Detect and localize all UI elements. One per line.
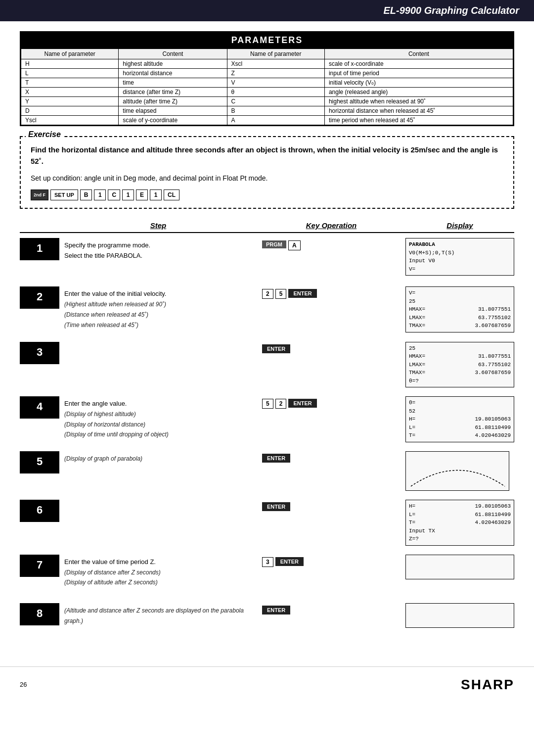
key-prgm: PRGM bbox=[262, 240, 286, 248]
display-1-line2: V0(M+S);0,T(S) bbox=[409, 249, 511, 257]
step-number-1: 1 bbox=[20, 238, 59, 260]
step-number-8: 8 bbox=[20, 603, 59, 625]
step-4-sub2: (Display of horizontal distance) bbox=[64, 421, 145, 428]
step-number-2: 2 bbox=[20, 286, 59, 309]
table-cell: A bbox=[227, 116, 324, 125]
step-row-3: 3 ENTER 25 HMAX=31.8077551 LMAX=63.77551… bbox=[20, 342, 514, 388]
step-display-2: V= 25 HMAX=31.8077551 LMAX=63.7755102 TM… bbox=[405, 286, 514, 332]
key-enter-3: ENTER bbox=[262, 344, 290, 353]
key-2b: 2 bbox=[275, 399, 287, 409]
step-row-1: 1 Specify the programme mode. Select the… bbox=[20, 238, 514, 278]
step-keys-6: ENTER bbox=[257, 500, 405, 546]
table-cell: input of time period bbox=[324, 69, 513, 78]
page-footer: 26 SHARP bbox=[0, 666, 534, 698]
table-cell: C bbox=[227, 97, 324, 106]
d2-l5: TMAX=3.607687659 bbox=[409, 322, 511, 330]
table-cell: Xscl bbox=[227, 59, 324, 69]
parameters-title: PARAMETERS bbox=[21, 32, 513, 48]
d3-l3: LMAX=63.7755102 bbox=[409, 361, 511, 369]
step-desc-5: (Display of graph of parabola) bbox=[59, 451, 257, 491]
step-display-7 bbox=[405, 555, 514, 579]
table-row: Hhighest altitudeXsclscale of x-coordina… bbox=[21, 59, 513, 69]
d4-l4: L=61.88110499 bbox=[409, 424, 511, 432]
step-2-sub3: (Time when released at 45˚) bbox=[64, 322, 138, 329]
step-desc-2: Enter the value of the initial velocity.… bbox=[59, 286, 257, 332]
step-display-1: PARABOLA V0(M+S);0,T(S) Input V0 V= bbox=[405, 238, 514, 276]
d4-l1: θ= bbox=[409, 399, 511, 407]
key-3: 3 bbox=[262, 557, 273, 567]
table-row: Dtime elapsedBhorizontal distance when r… bbox=[21, 106, 513, 116]
d6-l3: T=4.020463029 bbox=[409, 519, 511, 527]
step-1-line1: Specify the programme mode. bbox=[64, 241, 150, 249]
col-header-1: Name of parameter bbox=[21, 49, 119, 59]
d4-l5: T=4.020463029 bbox=[409, 431, 511, 440]
steps-header: Step Key Operation Display bbox=[20, 219, 514, 233]
step-header-key: Key Operation bbox=[257, 219, 405, 232]
step-row-6: 6 ENTER H=19.80105063 L=61.88110499 T=4.… bbox=[20, 500, 514, 546]
step-number-4: 4 bbox=[20, 396, 59, 419]
step-row-2: 2 Enter the value of the initial velocit… bbox=[20, 286, 514, 332]
page-header: EL-9900 Graphing Calculator bbox=[0, 0, 534, 21]
exercise-normal-text: Set up condition: angle unit in Deg mode… bbox=[31, 173, 503, 184]
display-1-line3: Input V0 bbox=[409, 257, 511, 265]
table-cell: X bbox=[21, 88, 119, 97]
step-desc-4: Enter the angle value. (Display of highe… bbox=[59, 396, 257, 442]
table-cell: T bbox=[21, 78, 119, 88]
d2-l2: 25 bbox=[409, 297, 511, 306]
key-cl: CL bbox=[164, 189, 179, 200]
step-7-sub1: (Display of distance after Z seconds) bbox=[64, 569, 161, 576]
table-cell: B bbox=[227, 106, 324, 116]
step-row-8: 8 (Altitude and distance after Z seconds… bbox=[20, 603, 514, 643]
sharp-logo: SHARP bbox=[461, 677, 514, 693]
step-keys-8: ENTER bbox=[257, 603, 405, 643]
step-keys-4: 5 2 ENTER bbox=[257, 396, 405, 442]
key-enter-7: ENTER bbox=[275, 557, 304, 566]
d6-l2: L=61.88110499 bbox=[409, 511, 511, 519]
key-b: B bbox=[80, 189, 92, 200]
key-enter-8: ENTER bbox=[262, 606, 290, 614]
key-1b: 1 bbox=[122, 189, 134, 200]
display-1-line4: V= bbox=[409, 265, 511, 274]
d3-l1: 25 bbox=[409, 344, 511, 353]
key-enter-5: ENTER bbox=[262, 454, 290, 463]
d6-l4: Input TX bbox=[409, 527, 511, 535]
step-display-3: 25 HMAX=31.8077551 LMAX=63.7755102 TMAX=… bbox=[405, 342, 514, 388]
d2-l1: V= bbox=[409, 289, 511, 297]
step-2-sub2: (Distance when released at 45˚) bbox=[64, 311, 148, 318]
svg-rect-0 bbox=[406, 452, 509, 491]
step-number-6: 6 bbox=[20, 500, 59, 522]
step-2-line1: Enter the value of the initial velocity. bbox=[64, 290, 166, 297]
step-7-sub2: (Display of altitude after Z seconds) bbox=[64, 579, 158, 586]
col-header-4: Content bbox=[324, 49, 513, 59]
table-cell: L bbox=[21, 69, 119, 78]
step-4-sub3: (Display of time until dropping of objec… bbox=[64, 431, 169, 438]
d2-l4: LMAX=63.7755102 bbox=[409, 314, 511, 322]
step-desc-3 bbox=[59, 342, 257, 388]
step-desc-7: Enter the value of time period Z. (Displ… bbox=[59, 555, 257, 594]
table-cell: highest altitude bbox=[119, 59, 227, 69]
table-cell: V bbox=[227, 78, 324, 88]
step-7-line1: Enter the value of time period Z. bbox=[64, 558, 156, 566]
table-cell: θ bbox=[227, 88, 324, 97]
table-cell: scale of y-coordinate bbox=[119, 116, 227, 125]
table-cell: Yscl bbox=[21, 116, 119, 125]
step-number-5: 5 bbox=[20, 451, 59, 473]
step-keys-3: ENTER bbox=[257, 342, 405, 388]
key-setup: SET UP bbox=[50, 189, 78, 200]
d6-l5: Z=? bbox=[409, 535, 511, 543]
parameters-section: PARAMETERS Name of parameter Content Nam… bbox=[20, 31, 514, 126]
table-row: TtimeVinitial velocity (V₀) bbox=[21, 78, 513, 88]
key-5b: 5 bbox=[262, 399, 273, 409]
step-2-sub1: (Highest altitude when released at 90˚) bbox=[64, 301, 166, 308]
col-header-3: Name of parameter bbox=[227, 49, 324, 59]
step-4-sub1: (Display of highest altitude) bbox=[64, 411, 136, 418]
display-1-line1: PARABOLA bbox=[409, 240, 511, 249]
step-display-4: θ= 52 H=19.80105063 L=61.88110499 T=4.02… bbox=[405, 396, 514, 442]
d6-l1: H=19.80105063 bbox=[409, 502, 511, 511]
step-display-graph bbox=[405, 451, 509, 491]
table-cell: highest altitude when released at 90˚ bbox=[324, 97, 513, 106]
header-title: EL-9900 Graphing Calculator bbox=[383, 5, 519, 16]
key-a: A bbox=[288, 240, 301, 250]
table-cell: initial velocity (V₀) bbox=[324, 78, 513, 88]
col-header-2: Content bbox=[119, 49, 227, 59]
